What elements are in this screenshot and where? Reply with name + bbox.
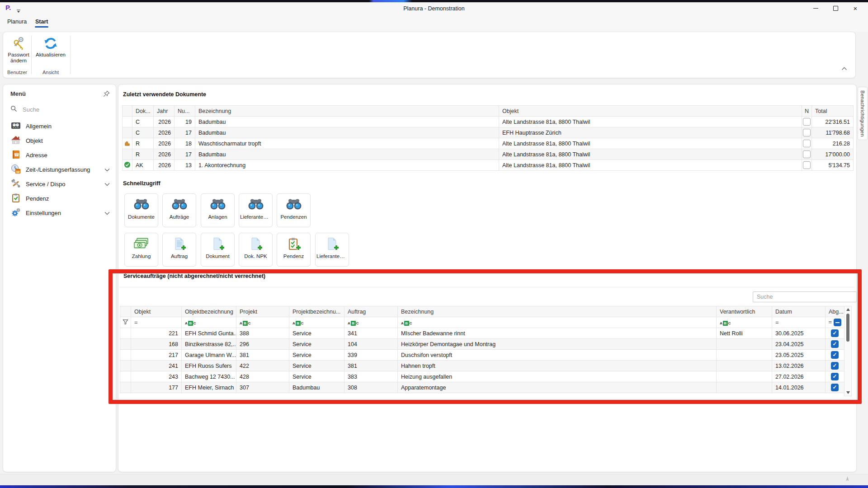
quick-dok-npk-button[interactable]: Dok. NPK bbox=[239, 233, 273, 267]
abc-filter-icon[interactable]: ABC bbox=[185, 321, 196, 326]
column-header[interactable]: Nu... bbox=[175, 106, 195, 117]
quick-auftrag-button[interactable]: Auftrag bbox=[162, 233, 196, 267]
quick-pendenz-button[interactable]: Pendenz bbox=[277, 233, 311, 267]
construction-icon bbox=[124, 141, 131, 148]
table-row[interactable]: R 2026 18 Waschtischarmatur tropft Alte … bbox=[123, 138, 854, 149]
cell-total: 11'798.68 bbox=[812, 127, 854, 138]
quick-lieferantenrechnung-button[interactable]: Lieferantenr... bbox=[315, 233, 349, 267]
change-password-button[interactable]: Passwort ändern bbox=[7, 34, 30, 72]
notifications-side-tab[interactable]: Benachrichtigungen bbox=[858, 87, 868, 140]
column-header[interactable]: Abg... bbox=[826, 306, 844, 317]
table-row[interactable]: 243 Bachweg 12 7430... 428 Service 383 H… bbox=[120, 371, 844, 382]
column-header[interactable]: N bbox=[802, 106, 812, 117]
equals-filter-icon[interactable]: = bbox=[775, 319, 779, 326]
chevron-down-icon[interactable] bbox=[104, 166, 110, 173]
equals-filter-icon[interactable]: = bbox=[134, 319, 138, 326]
sidebar-item-einstellungen[interactable]: Einstellungen bbox=[3, 206, 116, 220]
table-row[interactable]: 217 Garage Ulmann W... 381 Service 339 D… bbox=[120, 350, 844, 361]
n-checkbox[interactable] bbox=[803, 150, 811, 158]
cell-nu: 17 bbox=[175, 149, 195, 160]
column-header[interactable]: Bezeichnung bbox=[195, 106, 499, 117]
chevron-down-icon[interactable] bbox=[104, 181, 110, 188]
table-row[interactable]: C 2026 17 Badumbau EFH Hauptrasse Zürich… bbox=[123, 127, 854, 138]
column-header[interactable]: Objektbezeichnung bbox=[182, 306, 236, 317]
sidebar-item-pendenz[interactable]: Pendenz bbox=[3, 191, 116, 206]
n-checkbox[interactable] bbox=[803, 129, 811, 136]
column-header[interactable]: Total bbox=[812, 106, 854, 117]
abg-checkbox[interactable] bbox=[831, 362, 839, 370]
scroll-up-icon[interactable] bbox=[846, 308, 850, 311]
sidebar-search-input[interactable] bbox=[22, 106, 91, 113]
column-header[interactable]: Objekt bbox=[499, 106, 802, 117]
quick-zahlung-button[interactable]: Zahlung bbox=[124, 233, 158, 267]
quick-dokumente-button[interactable]: Dokumente bbox=[124, 193, 158, 227]
cell-nu: 18 bbox=[175, 138, 195, 149]
ribbon: Passwort ändern Aktualisieren Benutzer A… bbox=[3, 32, 856, 78]
abc-filter-icon[interactable]: ABC bbox=[348, 321, 359, 326]
quick-button-label: Lieferantenr... bbox=[239, 214, 272, 220]
table-row[interactable]: AK 2026 13 1. Akontorechnung Alte Landst… bbox=[123, 160, 854, 171]
column-header[interactable]: Objekt bbox=[131, 306, 182, 317]
abg-checkbox[interactable] bbox=[831, 340, 839, 348]
abc-filter-icon[interactable]: ABC bbox=[240, 321, 250, 326]
column-header[interactable]: Datum bbox=[772, 306, 826, 317]
cell-nu: 17 bbox=[175, 127, 195, 138]
cell-objekt: Alte Landstrasse 81a, 8800 Thalwil bbox=[499, 138, 802, 149]
refresh-button[interactable]: Aktualisieren bbox=[33, 34, 68, 72]
quick-pendenzen-button[interactable]: Pendenzen bbox=[277, 193, 311, 227]
tab-planura[interactable]: Planura bbox=[7, 19, 27, 28]
column-header[interactable]: Auftrag bbox=[344, 306, 398, 317]
close-button[interactable]: × bbox=[845, 2, 865, 14]
n-checkbox[interactable] bbox=[803, 161, 811, 169]
quick-anlagen-button[interactable]: Anlagen bbox=[201, 193, 235, 227]
column-header[interactable]: Dok... bbox=[132, 106, 154, 117]
abg-checkbox[interactable] bbox=[831, 373, 839, 380]
column-header[interactable]: Jahr bbox=[154, 106, 175, 117]
sidebar-item-allgemein[interactable]: Allgemein bbox=[3, 119, 116, 133]
icon-column-header[interactable] bbox=[123, 106, 132, 117]
keys-icon bbox=[11, 36, 26, 51]
table-row[interactable]: C 2026 19 Badumbau Alte Landstrasse 81a,… bbox=[123, 117, 854, 127]
abg-checkbox[interactable] bbox=[831, 329, 839, 337]
table-row[interactable]: 241 EFH Ruoss Sufers 422 Service 381 Hah… bbox=[120, 361, 844, 371]
table-row[interactable]: 168 Binzikerstrasse 82,... 296 Service 1… bbox=[120, 339, 844, 350]
table-row[interactable]: 221 EFH Schmid Gunta... 388 Service 341 … bbox=[120, 328, 844, 339]
scrollbar-thumb[interactable] bbox=[846, 314, 849, 342]
table-row[interactable]: 177 EFH Meier, Sirnach 307 Badumbau 308 … bbox=[120, 382, 844, 393]
n-checkbox[interactable] bbox=[803, 140, 811, 147]
abg-checkbox[interactable] bbox=[831, 384, 839, 391]
abc-filter-icon[interactable]: ABC bbox=[401, 321, 412, 326]
table-row[interactable]: R 2026 17 Badumbau Alte Landstrasse 81a,… bbox=[123, 149, 854, 160]
scroll-down-icon[interactable] bbox=[846, 391, 850, 394]
cell-datum: 23.04.2025 bbox=[772, 339, 826, 350]
column-header[interactable]: Projektbezeichnu... bbox=[289, 306, 344, 317]
sidebar-item-adresse[interactable]: ☎ Adresse bbox=[3, 148, 116, 162]
cell-projektbezeichnung: Service bbox=[289, 339, 344, 350]
sidebar-item-service-dispo[interactable]: Service / Dispo bbox=[3, 177, 116, 191]
pin-icon[interactable] bbox=[103, 90, 110, 99]
collapse-ribbon-icon[interactable] bbox=[841, 64, 847, 72]
abc-filter-icon[interactable]: ABC bbox=[292, 321, 303, 326]
indeterminate-checkbox[interactable] bbox=[834, 319, 841, 326]
maximize-button[interactable] bbox=[826, 2, 845, 14]
funnel-icon[interactable] bbox=[123, 320, 128, 326]
chevron-down-icon[interactable] bbox=[104, 210, 110, 216]
service-orders-search-input[interactable] bbox=[753, 291, 857, 302]
column-header[interactable]: Verantwortlich bbox=[717, 306, 772, 317]
abg-checkbox[interactable] bbox=[831, 351, 839, 359]
sidebar-item-zeit-leistungserfassung[interactable]: 12 Zeit-/Leistungserfassung bbox=[3, 162, 116, 177]
minimize-button[interactable] bbox=[806, 2, 826, 14]
column-header[interactable]: Projekt bbox=[236, 306, 289, 317]
cell-jahr: 2026 bbox=[154, 160, 175, 171]
column-header[interactable]: Bezeichnung bbox=[398, 306, 717, 317]
quick-auftraege-button[interactable]: Aufträge bbox=[162, 193, 196, 227]
table-scrollbar[interactable] bbox=[844, 306, 852, 396]
abc-filter-icon[interactable]: ABC bbox=[720, 321, 731, 326]
quick-button-label: Auftrag bbox=[163, 253, 196, 259]
n-checkbox[interactable] bbox=[803, 118, 811, 126]
quick-dokument-button[interactable]: Dokument bbox=[201, 233, 235, 267]
equals-filter-icon[interactable]: = bbox=[828, 319, 832, 325]
sidebar-item-objekt[interactable]: Objekt bbox=[3, 133, 116, 148]
quick-lieferantenrechnungen-button[interactable]: Lieferantenr... bbox=[239, 193, 273, 227]
tab-start[interactable]: Start bbox=[35, 19, 48, 28]
